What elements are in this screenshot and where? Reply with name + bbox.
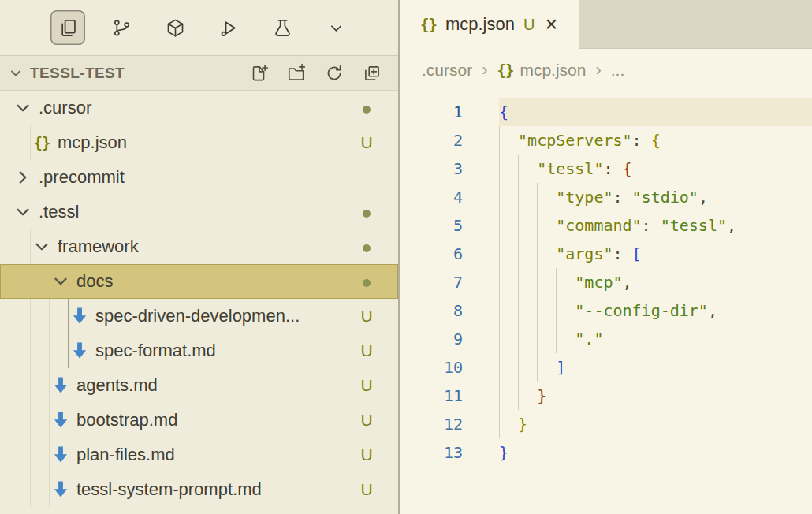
tree-item-mcp-json[interactable]: {}mcp.jsonU [0, 125, 398, 160]
code-line-content[interactable]: } [499, 410, 812, 438]
token-punct: : [632, 131, 651, 150]
code-line-content[interactable]: { [499, 98, 812, 126]
modified-dot [354, 237, 379, 256]
indent-guide [499, 325, 518, 353]
code-line-content[interactable]: "type": "stdio", [499, 183, 812, 211]
tree-item-label: plan-files.md [76, 445, 354, 465]
tree-item-tessl[interactable]: .tessl [0, 195, 398, 229]
indent-guide [556, 296, 575, 325]
line-number: 3 [400, 155, 463, 183]
explorer-sidebar: TESSL-TEST .cursor{}mcp.jsonU.precommit.… [0, 0, 400, 514]
tree-item-cursor[interactable]: .cursor [0, 91, 398, 125]
token-punct: : [642, 216, 661, 235]
tree-item-agents-md[interactable]: agents.mdU [0, 368, 398, 403]
git-status-badge: U [354, 376, 379, 395]
json-icon: {} [420, 16, 437, 33]
token-bracket1: } [499, 443, 508, 462]
json-icon: {} [497, 61, 514, 80]
code-line-content[interactable]: "args": [ [499, 240, 812, 268]
code-line-1: 1{ [400, 98, 812, 126]
indent-guide [499, 382, 518, 410]
tab-mcp-json[interactable]: {} mcp.json U × [400, 0, 579, 49]
tree-indent-guide [30, 229, 31, 264]
breadcrumb-item-[interactable]: ... [611, 61, 625, 80]
git-status-badge: U [354, 445, 379, 464]
activity-item-testing[interactable] [265, 10, 300, 45]
code-line-content[interactable]: } [499, 438, 812, 467]
tree-indent-guide [68, 299, 69, 333]
tree-item-bootstrap-md[interactable]: bootstrap.mdU [0, 403, 398, 438]
tree-indent-guide [68, 333, 69, 368]
tree-indent-guide [49, 333, 50, 368]
token-str: "tessl" [661, 216, 727, 235]
activity-item-run-debug[interactable] [211, 10, 246, 45]
tree-item-precommit[interactable]: .precommit [0, 160, 398, 195]
indent-guide [499, 410, 518, 438]
token-bracket1: { [499, 102, 508, 121]
tree-item-spec-driven-developmen[interactable]: spec-driven-developmen...U [0, 299, 398, 333]
refresh-button[interactable] [324, 63, 345, 84]
indent-guide [499, 296, 518, 325]
file-tree: .cursor{}mcp.jsonU.precommit.tesslframew… [0, 91, 398, 514]
close-icon[interactable]: × [543, 14, 559, 35]
tree-item-framework[interactable]: framework [0, 229, 398, 264]
activity-item-extensions[interactable] [158, 10, 192, 45]
indent-guide [518, 296, 537, 325]
token-punct: : [613, 188, 631, 207]
code-line-3: 3"tessl": { [400, 155, 812, 183]
code-line-content[interactable]: "." [499, 325, 812, 353]
code-line-content[interactable]: ] [499, 353, 812, 382]
token-key: "command" [556, 216, 641, 235]
indent-guide [537, 325, 556, 353]
workspace-title: TESSL-TEST [30, 65, 248, 82]
token-punct: , [698, 188, 708, 207]
more-icon [326, 17, 347, 39]
activity-item-more[interactable] [318, 10, 353, 45]
modified-dot [354, 99, 379, 117]
modified-dot [354, 203, 379, 222]
activity-bar [0, 0, 398, 55]
breadcrumb-label: ... [611, 61, 625, 80]
indent-guide [499, 155, 518, 183]
code-line-content[interactable]: } [499, 382, 812, 410]
markdown-icon [69, 306, 90, 326]
token-key: "type" [556, 188, 613, 207]
token-str: "." [575, 330, 603, 348]
new-folder-button[interactable] [286, 63, 307, 84]
markdown-icon [50, 410, 71, 430]
code-line-content[interactable]: "mcpServers": { [499, 126, 812, 155]
tree-item-docs[interactable]: docs [0, 264, 398, 299]
tree-indent-guide [30, 125, 31, 160]
code-line-9: 9"." [400, 325, 812, 353]
code-line-content[interactable]: "command": "tessl", [499, 211, 812, 240]
activity-item-explorer[interactable] [50, 10, 85, 45]
tree-indent-guide [30, 403, 31, 438]
collapse-all-button[interactable] [362, 63, 382, 84]
line-number: 2 [400, 126, 463, 155]
markdown-icon [69, 341, 90, 361]
tree-item-tessl-system-prompt-md[interactable]: tessl-system-prompt.mdU [0, 472, 398, 507]
tree-item-label: bootstrap.md [76, 410, 354, 430]
indent-guide [499, 211, 518, 240]
tree-indent-guide [30, 438, 31, 472]
token-punct: , [708, 301, 717, 320]
tree-item-label: docs [76, 271, 354, 292]
tree-item-plan-files-md[interactable]: plan-files.mdU [0, 438, 398, 472]
line-number: 9 [400, 325, 463, 353]
breadcrumb-item-mcp-json[interactable]: {}mcp.json [497, 61, 587, 80]
breadcrumb-item-cursor[interactable]: .cursor [422, 61, 472, 80]
indent-guide [499, 126, 518, 155]
activity-item-source-control[interactable] [104, 10, 139, 45]
code-editor[interactable]: 1{2"mcpServers": {3"tessl": {4"type": "s… [400, 91, 812, 514]
code-line-content[interactable]: "tessl": { [499, 155, 812, 183]
tree-indent-guide [49, 368, 50, 403]
tree-item-label: agents.md [76, 375, 354, 396]
tree-indent-guide [30, 299, 31, 333]
explorer-section-header[interactable]: TESSL-TEST [0, 55, 398, 91]
code-line-content[interactable]: "--config-dir", [499, 296, 812, 325]
code-line-4: 4"type": "stdio", [400, 183, 812, 211]
tree-item-label: spec-driven-developmen... [95, 306, 354, 326]
tree-item-spec-format-md[interactable]: spec-format.mdU [0, 333, 398, 368]
new-file-button[interactable] [248, 63, 269, 84]
code-line-content[interactable]: "mcp", [499, 268, 812, 296]
